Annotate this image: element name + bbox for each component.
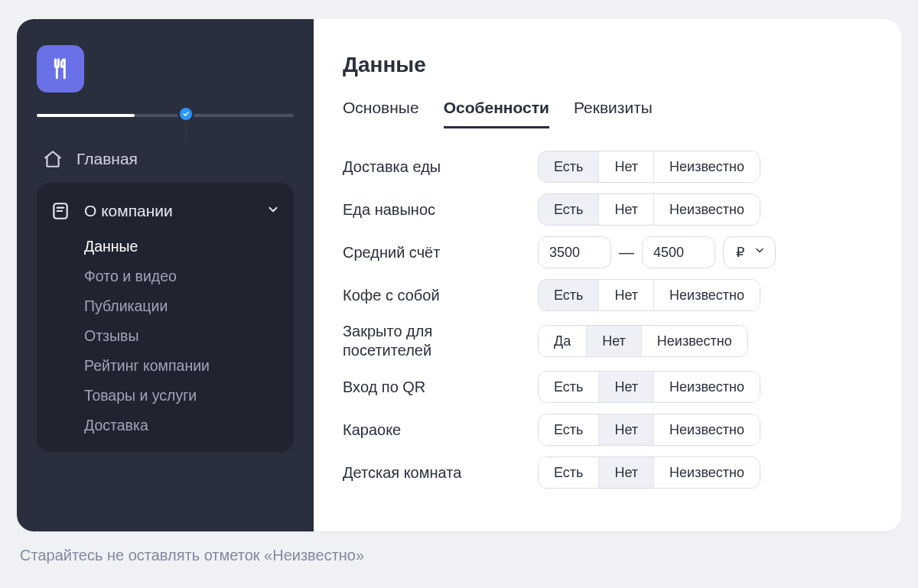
form-label: Вход по QR xyxy=(343,378,522,397)
tab[interactable]: Особенности xyxy=(444,93,549,128)
form-label: Средний счёт xyxy=(343,243,522,262)
segmented-option[interactable]: Неизвестно xyxy=(653,151,760,182)
range-to-input[interactable] xyxy=(642,236,715,268)
segmented-control: ЕстьНетНеизвестно xyxy=(538,414,760,446)
check-icon xyxy=(180,108,192,120)
tab[interactable]: Основные xyxy=(343,93,419,128)
tab[interactable]: Реквизиты xyxy=(574,93,653,128)
footnote: Старайтесь не оставлять отметок «Неизвес… xyxy=(17,547,901,564)
progress-checkpoint-badge xyxy=(177,106,194,122)
nav-sublist: ДанныеФото и видеоПубликацииОтзывыРейтин… xyxy=(43,232,288,440)
progress-bar xyxy=(37,106,294,125)
segmented-control: ДаНетНеизвестно xyxy=(538,325,748,357)
form-label: Караоке xyxy=(343,421,522,440)
sidebar-subitem[interactable]: Товары и услуги xyxy=(84,381,288,411)
form-label: Кофе с собой xyxy=(343,286,522,305)
segmented-option[interactable]: Есть xyxy=(539,457,598,488)
segmented-option[interactable]: Есть xyxy=(539,372,598,402)
nav-group-label: О компании xyxy=(84,202,173,220)
form-rows: Доставка едыЕстьНетНеизвестноЕда навынос… xyxy=(343,151,872,489)
form-label: Доставка еды xyxy=(343,158,522,177)
segmented-option[interactable]: Есть xyxy=(539,414,598,445)
form-row: Вход по QRЕстьНетНеизвестно xyxy=(343,371,872,403)
nav-group-header[interactable]: О компании xyxy=(43,193,288,232)
segmented-control: ЕстьНетНеизвестно xyxy=(538,456,760,489)
sidebar-subitem[interactable]: Фото и видео xyxy=(84,262,288,291)
segmented-control: ЕстьНетНеизвестно xyxy=(538,193,760,226)
document-icon xyxy=(50,201,70,221)
segmented-option[interactable]: Нет xyxy=(598,457,653,488)
segmented-control: ЕстьНетНеизвестно xyxy=(538,371,760,403)
form-row: Закрыто для посетителейДаНетНеизвестно xyxy=(343,322,872,360)
progress-fill xyxy=(37,114,135,117)
sidebar: Главная О компании ДанныеФото и видеоПуб… xyxy=(17,19,314,531)
sidebar-subitem[interactable]: Публикации xyxy=(84,291,288,321)
sidebar-subitem[interactable]: Доставка xyxy=(84,411,288,440)
form-row: Еда навыносЕстьНетНеизвестно xyxy=(343,193,872,226)
currency-value: ₽ xyxy=(736,244,744,261)
segmented-control: ЕстьНетНеизвестно xyxy=(538,151,760,183)
form-label: Закрыто для посетителей xyxy=(343,322,522,360)
main-panel: Данные ОсновныеОсобенностиРеквизиты Дост… xyxy=(314,19,901,531)
form-row: КараокеЕстьНетНеизвестно xyxy=(343,414,872,446)
sidebar-subitem[interactable]: Данные xyxy=(84,232,288,262)
chevron-down-icon xyxy=(754,245,766,261)
segmented-option[interactable]: Нет xyxy=(598,372,653,402)
chevron-down-icon xyxy=(266,202,280,220)
segmented-option[interactable]: Нет xyxy=(598,414,653,445)
segmented-control: ЕстьНетНеизвестно xyxy=(538,279,760,311)
form-label: Детская комната xyxy=(343,463,522,482)
home-icon xyxy=(43,149,63,169)
form-row: Доставка едыЕстьНетНеизвестно xyxy=(343,151,872,183)
sidebar-subitem[interactable]: Рейтинг компании xyxy=(84,351,288,381)
nav-group-about: О компании ДанныеФото и видеоПубликацииО… xyxy=(37,183,294,453)
segmented-option[interactable]: Неизвестно xyxy=(653,457,760,488)
app-card: Главная О компании ДанныеФото и видеоПуб… xyxy=(17,19,901,531)
sidebar-subitem[interactable]: Отзывы xyxy=(84,321,288,351)
segmented-option[interactable]: Есть xyxy=(539,151,598,182)
segmented-option[interactable]: Да xyxy=(539,326,586,356)
tabs: ОсновныеОсобенностиРеквизиты xyxy=(343,93,872,129)
range-from-input[interactable] xyxy=(538,236,611,268)
segmented-option[interactable]: Нет xyxy=(598,151,653,182)
range-control: —₽ xyxy=(538,236,776,268)
page-title: Данные xyxy=(343,53,872,77)
form-row: Средний счёт—₽ xyxy=(343,236,872,268)
form-label: Еда навынос xyxy=(343,200,522,219)
segmented-option[interactable]: Неизвестно xyxy=(653,280,760,310)
segmented-option[interactable]: Есть xyxy=(539,280,598,310)
form-row: Детская комнатаЕстьНетНеизвестно xyxy=(343,456,872,489)
currency-select[interactable]: ₽ xyxy=(723,236,776,268)
range-dash: — xyxy=(619,244,634,262)
segmented-option[interactable]: Есть xyxy=(539,194,598,225)
segmented-option[interactable]: Нет xyxy=(598,280,653,310)
brand-restaurant-icon xyxy=(37,45,84,93)
segmented-option[interactable]: Нет xyxy=(598,194,653,225)
form-row: Кофе с собойЕстьНетНеизвестно xyxy=(343,279,872,311)
nav-item-home[interactable]: Главная xyxy=(37,143,294,175)
segmented-option[interactable]: Неизвестно xyxy=(641,326,747,356)
segmented-option[interactable]: Неизвестно xyxy=(653,372,760,402)
progress-marker-line xyxy=(185,125,186,140)
segmented-option[interactable]: Неизвестно xyxy=(653,194,760,225)
segmented-option[interactable]: Неизвестно xyxy=(653,414,760,445)
segmented-option[interactable]: Нет xyxy=(586,326,641,356)
nav-item-label: Главная xyxy=(76,150,138,168)
